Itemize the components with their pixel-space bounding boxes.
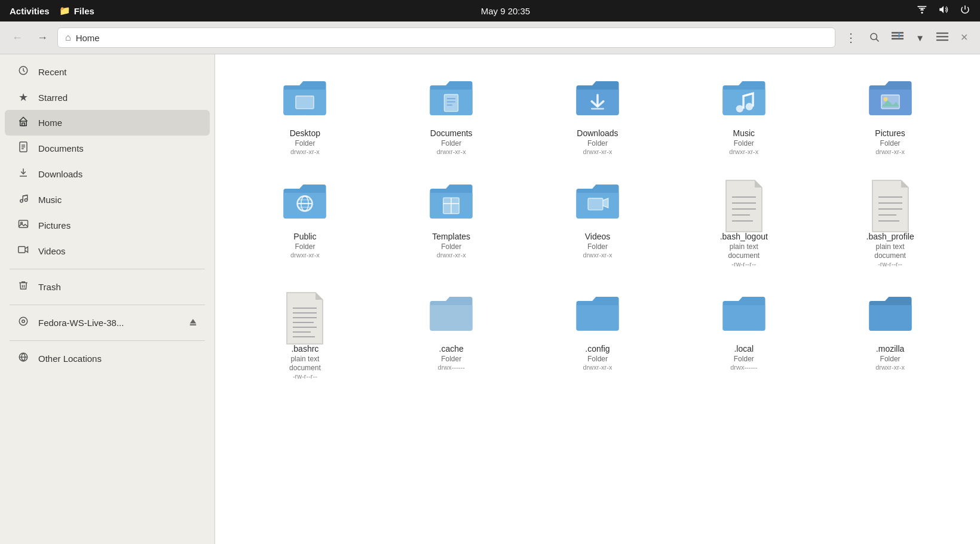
file-item-documents[interactable]: Documents Folder drwxr-xr-x [381, 69, 522, 162]
folder-icon-config [574, 291, 621, 339]
sidebar-divider-3 [10, 340, 205, 341]
file-perms-desktop: drwxr-xr-x [290, 148, 320, 155]
text-icon-bashrc [281, 291, 329, 339]
sidebar-item-drive[interactable]: Fedora-WS-Live-38... [5, 310, 210, 336]
folder-icon-local [720, 291, 768, 339]
sort-button[interactable]: ▼ [911, 30, 929, 46]
svg-rect-15 [936, 39, 948, 41]
volume-icon[interactable] [938, 4, 949, 17]
svg-point-7 [871, 33, 877, 40]
music-icon [17, 193, 30, 207]
network-icon[interactable] [917, 4, 927, 17]
svg-rect-40 [445, 94, 458, 111]
file-perms-config: drwxr-xr-x [583, 364, 612, 371]
file-item-public[interactable]: Public Folder drwxr-xr-x [234, 172, 376, 275]
svg-point-31 [19, 317, 27, 325]
search-button[interactable] [864, 28, 884, 48]
main-content: Recent ★ Starred Home Documents [0, 54, 980, 544]
sidebar-item-videos[interactable]: Videos [5, 238, 210, 264]
folder-icon-videos [574, 179, 621, 227]
svg-rect-28 [19, 220, 28, 228]
file-item-desktop[interactable]: Desktop Folder drwxr-xr-x [234, 69, 376, 162]
file-perms-bashrc: -rw-r--r-- [293, 373, 317, 380]
file-perms-templates: drwxr-xr-x [437, 251, 466, 259]
power-icon[interactable] [960, 4, 970, 17]
file-item-downloads[interactable]: Downloads Folder drwxr-xr-x [527, 69, 669, 162]
app-name-group: 📁 Files [59, 5, 94, 16]
file-subtype-bashrc: document [289, 364, 321, 372]
sidebar-item-trash[interactable]: Trash [5, 274, 210, 300]
svg-rect-11 [892, 38, 904, 39]
eject-button[interactable] [188, 317, 198, 329]
file-perms-local: drwx------ [730, 364, 757, 371]
file-name-music: Music [733, 128, 755, 138]
file-name-documents: Documents [430, 128, 473, 138]
svg-rect-13 [936, 32, 948, 33]
file-type-bashrc: plain text [290, 355, 319, 363]
recent-icon [17, 65, 30, 79]
file-type-bash-logout: plain text [730, 242, 758, 251]
file-item-music[interactable]: Music Folder drwxr-xr-x [673, 69, 814, 162]
close-button[interactable]: ✕ [956, 29, 973, 46]
sidebar-item-music[interactable]: Music [5, 187, 210, 213]
file-item-bashrc[interactable]: .bashrc plain text document -rw-r--r-- [234, 284, 376, 387]
location-bar[interactable]: ⌂ Home [57, 27, 835, 48]
file-item-templates[interactable]: Templates Folder drwxr-xr-x [381, 172, 522, 275]
svg-point-50 [883, 97, 887, 102]
file-type-config: Folder [587, 355, 608, 363]
text-icon-bash-logout [720, 179, 768, 227]
file-item-config[interactable]: .config Folder drwxr-xr-x [527, 284, 669, 387]
file-item-bash-profile[interactable]: .bash_profile plain text document -rw-r-… [819, 172, 961, 275]
hamburger-menu-button[interactable] [932, 28, 953, 48]
svg-line-27 [23, 195, 27, 196]
file-item-local[interactable]: .local Folder drwx------ [673, 284, 814, 387]
more-options-button[interactable]: ⋮ [840, 28, 862, 47]
app-name-label: Files [74, 6, 94, 16]
sidebar-music-label: Music [38, 195, 62, 205]
file-name-bashrc: .bashrc [291, 344, 318, 354]
file-type-desktop: Folder [295, 139, 315, 147]
file-name-mozilla: .mozilla [876, 344, 904, 354]
sidebar-item-recent[interactable]: Recent [5, 59, 210, 85]
back-button[interactable]: ← [7, 29, 27, 47]
svg-rect-39 [298, 117, 312, 118]
file-item-pictures[interactable]: Pictures Folder drwxr-xr-x [819, 69, 961, 162]
location-home-icon: ⌂ [65, 32, 71, 43]
sidebar-item-documents[interactable]: Documents [5, 136, 210, 161]
topbar: Activities 📁 Files May 9 20:35 [0, 0, 980, 21]
starred-icon: ★ [17, 91, 30, 104]
svg-rect-18 [22, 123, 25, 126]
pictures-icon [17, 219, 30, 232]
drive-icon [17, 316, 30, 330]
sidebar-item-other-locations[interactable]: Other Locations [5, 346, 210, 371]
file-item-bash-logout[interactable]: .bash_logout plain text document -rw-r--… [673, 172, 814, 275]
file-item-cache[interactable]: .cache Folder drwx------ [381, 284, 522, 387]
activities-label[interactable]: Activities [10, 6, 50, 16]
file-name-desktop: Desktop [290, 128, 320, 138]
file-perms-downloads: drwxr-xr-x [583, 148, 612, 155]
sidebar-divider-2 [10, 305, 205, 305]
drive-left: Fedora-WS-Live-38... [17, 316, 124, 330]
sidebar-item-starred[interactable]: ★ Starred [5, 85, 210, 110]
location-text: Home [76, 33, 100, 43]
file-perms-public: drwxr-xr-x [290, 251, 320, 259]
sidebar-item-home[interactable]: Home [5, 110, 210, 136]
file-type-local: Folder [734, 355, 754, 363]
forward-button[interactable]: → [32, 29, 53, 47]
file-item-mozilla[interactable]: .mozilla Folder drwxr-xr-x [819, 284, 961, 387]
file-grid: Desktop Folder drwxr-xr-x [234, 69, 961, 387]
toolbar-actions: ⋮ ▼ ✕ [840, 28, 973, 48]
file-subtype-bash-profile: document [874, 251, 906, 260]
svg-line-8 [877, 39, 879, 41]
svg-rect-10 [892, 35, 904, 36]
file-type-downloads: Folder [587, 139, 608, 147]
file-name-pictures: Pictures [875, 128, 905, 138]
sidebar-item-pictures[interactable]: Pictures [5, 213, 210, 238]
svg-point-4 [921, 12, 923, 14]
svg-rect-59 [588, 198, 603, 210]
list-view-button[interactable] [887, 28, 908, 48]
sidebar-item-downloads[interactable]: Downloads [5, 161, 210, 187]
file-item-videos[interactable]: Videos Folder drwxr-xr-x [527, 172, 669, 275]
folder-icon-public [281, 179, 329, 227]
file-perms-cache: drwx------ [438, 364, 465, 371]
